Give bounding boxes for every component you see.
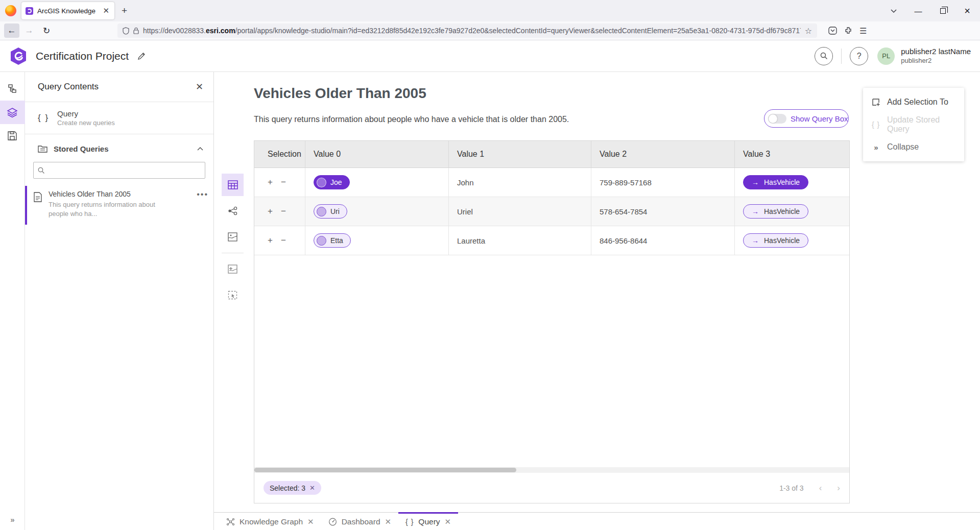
relationship-pill[interactable]: → HasVehicle: [743, 233, 808, 248]
next-page-icon[interactable]: ›: [837, 483, 840, 493]
selection-context-menu: Add Selection To { } Update Stored Query…: [863, 88, 964, 161]
clear-selection-icon[interactable]: ✕: [309, 484, 315, 492]
stored-queries-search[interactable]: [33, 162, 205, 179]
entity-cell: Uri: [305, 197, 449, 226]
reload-button[interactable]: ↻: [39, 23, 54, 38]
value3-cell: → HasVehicle: [735, 226, 849, 255]
previous-page-icon[interactable]: ‹: [819, 483, 822, 493]
selected-count-label: Selected: 3: [270, 484, 305, 492]
entity-pill[interactable]: Etta: [314, 233, 351, 248]
add-to-selection-button[interactable]: +: [268, 235, 273, 246]
add-to-selection-button[interactable]: +: [268, 177, 273, 187]
link-chart-icon: [228, 206, 238, 215]
bottom-tab-dashboard[interactable]: Dashboard ✕: [321, 512, 398, 530]
selected-count-chip[interactable]: Selected: 3 ✕: [264, 481, 321, 495]
search-button[interactable]: [815, 47, 833, 65]
forward-button[interactable]: →: [21, 23, 37, 38]
add-to-map-button[interactable]: [222, 258, 244, 280]
more-options-icon[interactable]: •••: [197, 190, 208, 221]
entity-avatar-icon: [317, 236, 326, 246]
entity-pill[interactable]: Joe: [314, 175, 350, 189]
value1-cell: Lauretta: [449, 226, 591, 255]
avatar[interactable]: PL: [877, 47, 895, 65]
relationship-pill[interactable]: → HasVehicle: [743, 175, 808, 189]
query-item-title: Query: [57, 109, 115, 118]
browser-tab[interactable]: ArcGIS Knowledge Studio ✕: [21, 2, 114, 19]
tab-close-icon[interactable]: ✕: [445, 517, 451, 526]
value3-cell: → HasVehicle: [735, 197, 849, 226]
tracking-shield-icon[interactable]: [123, 27, 129, 35]
show-query-box-toggle[interactable]: Show Query Box: [764, 109, 849, 128]
new-tab-button[interactable]: +: [122, 5, 127, 16]
link-chart-view-button[interactable]: [222, 200, 244, 222]
close-window-button[interactable]: ×: [957, 3, 978, 19]
new-query-item[interactable]: { } Query Create new queries: [25, 102, 213, 134]
browser-tab-title: ArcGIS Knowledge Studio: [37, 7, 98, 15]
minimize-button[interactable]: —: [907, 3, 929, 19]
stored-queries-title: Stored Queries: [54, 144, 109, 153]
stored-query-item[interactable]: Vehicles Older Than 2005 This query retu…: [25, 186, 213, 225]
rail-item-data-model[interactable]: [0, 77, 25, 101]
tab-close-icon[interactable]: ✕: [307, 517, 314, 526]
scrollbar-thumb[interactable]: [254, 468, 516, 472]
horizontal-scrollbar[interactable]: [254, 467, 849, 473]
bottom-tab-bar: Knowledge Graph ✕ Dashboard ✕ { } Query …: [214, 512, 980, 530]
extensions-icon[interactable]: [844, 27, 852, 35]
url-bar[interactable]: https://dev0028833.esri.com/portal/apps/…: [117, 23, 817, 38]
edit-pencil-icon[interactable]: [137, 52, 146, 61]
braces-icon: { }: [405, 518, 414, 526]
query-title: Vehicles Older Than 2005: [254, 85, 426, 102]
help-button[interactable]: ?: [850, 47, 868, 65]
tab-close-icon[interactable]: ✕: [385, 517, 392, 526]
selection-tool-button[interactable]: [222, 284, 244, 306]
selection-cell: + −: [254, 197, 305, 226]
entity-pill[interactable]: Uri: [314, 204, 347, 219]
search-input[interactable]: [48, 166, 201, 175]
value1-cell: Uriel: [449, 197, 591, 226]
selection-box-icon: [228, 291, 237, 300]
menu-item-add-selection-to[interactable]: Add Selection To: [863, 91, 964, 113]
knowledge-studio-logo: [9, 47, 28, 65]
list-tabs-icon[interactable]: [883, 3, 904, 19]
toggle-switch[interactable]: [768, 114, 786, 124]
relationship-label: HasVehicle: [764, 207, 800, 215]
expand-rail-icon[interactable]: »: [10, 515, 14, 524]
close-panel-icon[interactable]: ✕: [196, 81, 203, 92]
data-model-icon: [7, 84, 17, 94]
entity-label: Joe: [330, 178, 342, 186]
lock-icon[interactable]: [133, 27, 139, 34]
arrow-right-icon: →: [752, 207, 759, 215]
map-view-button[interactable]: [222, 226, 244, 248]
query-description: This query returns information about peo…: [254, 115, 569, 124]
map-add-icon: [228, 264, 237, 274]
user-info[interactable]: publisher2 lastName publisher2: [901, 47, 971, 65]
tab-close-icon[interactable]: ✕: [102, 6, 110, 15]
value2-cell: 759-889-57168: [591, 168, 735, 197]
entity-label: Etta: [330, 236, 343, 245]
remove-from-selection-button[interactable]: −: [281, 235, 286, 246]
remove-from-selection-button[interactable]: −: [281, 177, 286, 187]
menu-icon[interactable]: ☰: [859, 26, 867, 36]
header-divider: [841, 49, 842, 64]
menu-item-collapse[interactable]: » Collapse: [863, 136, 964, 158]
left-icon-rail: »: [0, 72, 25, 530]
add-to-selection-button[interactable]: +: [268, 206, 273, 216]
entity-avatar-icon: [317, 178, 326, 187]
relationship-pill[interactable]: → HasVehicle: [743, 204, 808, 219]
remove-from-selection-button[interactable]: −: [281, 206, 286, 216]
pocket-icon[interactable]: [828, 27, 837, 35]
braces-icon: { }: [38, 113, 49, 123]
rail-item-contents[interactable]: [0, 101, 25, 124]
back-button[interactable]: ←: [4, 23, 19, 38]
column-header: Value 1: [449, 141, 591, 167]
bottom-tab-query[interactable]: { } Query ✕: [398, 512, 458, 530]
bottom-tab-knowledge-graph[interactable]: Knowledge Graph ✕: [219, 512, 321, 530]
chevron-up-icon[interactable]: [197, 147, 203, 151]
table-view-button[interactable]: [222, 174, 244, 196]
stored-queries-header[interactable]: Stored Queries: [25, 136, 213, 161]
rail-item-save[interactable]: [0, 124, 25, 148]
restore-button[interactable]: [932, 3, 953, 19]
bookmark-star-icon[interactable]: ☆: [805, 26, 812, 36]
braces-icon: { }: [871, 121, 880, 129]
firefox-icon[interactable]: [5, 5, 16, 16]
